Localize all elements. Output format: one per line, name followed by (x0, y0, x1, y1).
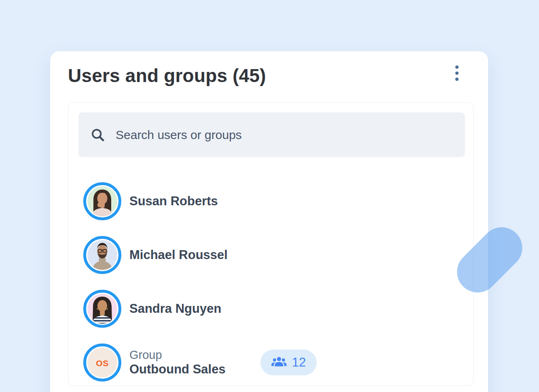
group-avatar: OS (83, 344, 121, 381)
page-title: Users and groups (45) (68, 65, 266, 87)
kebab-dot (455, 72, 459, 75)
people-group-icon (271, 355, 287, 370)
app-canvas: Users and groups (45) (0, 0, 539, 392)
group-name: Outbound Sales (129, 363, 237, 376)
list-item-user[interactable]: Susan Roberts (83, 182, 463, 220)
user-name: Susan Roberts (129, 194, 218, 209)
users-groups-card: Users and groups (45) (50, 51, 488, 392)
list-item-user[interactable]: Sandra Nguyen (83, 290, 463, 328)
avatar-photo-illustration (87, 240, 117, 270)
group-initials-avatar: OS (87, 348, 117, 377)
kebab-dot (455, 78, 459, 81)
list-item-user[interactable]: Michael Roussel (83, 236, 463, 274)
kebab-dot (455, 65, 459, 69)
avatar (83, 182, 121, 220)
users-list-panel: Susan Roberts (68, 102, 473, 386)
group-type-label: Group (129, 349, 237, 361)
search-icon (90, 127, 106, 143)
group-initials: OS (96, 358, 108, 368)
list-item-group[interactable]: OS Group Outbound Sales (83, 344, 463, 381)
search-bar[interactable] (78, 112, 465, 157)
avatar-photo-illustration (87, 294, 117, 324)
group-text-block: Group Outbound Sales (129, 349, 237, 376)
avatar (83, 290, 121, 328)
user-name: Michael Roussel (129, 248, 228, 262)
kebab-menu-icon[interactable] (446, 61, 467, 85)
search-input[interactable] (116, 112, 465, 157)
user-list: Susan Roberts (83, 182, 463, 381)
member-count-badge: 12 (260, 350, 317, 375)
avatar (83, 236, 121, 274)
member-count: 12 (292, 355, 306, 370)
user-name: Sandra Nguyen (129, 301, 221, 316)
avatar-photo-illustration (87, 186, 117, 216)
